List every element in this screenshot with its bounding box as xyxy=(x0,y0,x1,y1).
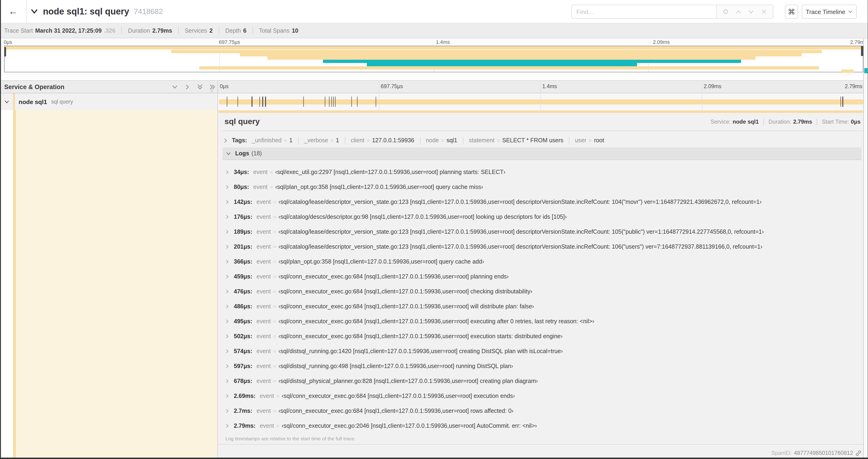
keyboard-shortcuts-button[interactable]: ⌘ xyxy=(785,5,798,19)
log-row[interactable]: 597μs:event=‹sql/distsql_running.go:498 … xyxy=(223,359,862,374)
view-selector-button[interactable]: Trace Timeline xyxy=(802,5,857,19)
log-chevron-right-icon[interactable] xyxy=(225,334,229,339)
log-chevron-right-icon[interactable] xyxy=(225,244,229,249)
log-chevron-right-icon[interactable] xyxy=(225,274,229,279)
log-row[interactable]: 678μs:event=‹sql/distsql_physical_planne… xyxy=(223,374,862,389)
minimap-right-scrubber[interactable] xyxy=(861,46,863,56)
log-chevron-right-icon[interactable] xyxy=(225,379,229,384)
collapse-controls xyxy=(172,81,216,93)
summary-label: Depth xyxy=(225,27,241,34)
span-row-bar-cell[interactable] xyxy=(218,93,868,110)
log-row[interactable]: 574μs:event=‹sql/distsql_running.go:1420… xyxy=(223,344,862,359)
log-field-value: ‹sql/plan_opt.go:358 [nsql1,client=127.0… xyxy=(278,258,484,265)
trace-collapser-chevron-down-icon[interactable] xyxy=(31,8,38,15)
timeline-tick: 2.79ms xyxy=(845,84,862,89)
span-name[interactable]: node sql1 sql query xyxy=(19,93,73,110)
log-chevron-right-icon[interactable] xyxy=(225,185,229,189)
log-tick-mark xyxy=(325,97,326,107)
log-row[interactable]: 495μs:event=‹sql/conn_executor_exec.go:6… xyxy=(223,314,862,329)
tags-chevron-right-icon[interactable] xyxy=(223,138,228,143)
detail-span-strip xyxy=(218,110,863,113)
log-row[interactable]: 502μs:event=‹sql/conn_executor_exec.go:6… xyxy=(223,329,862,344)
log-chevron-right-icon[interactable] xyxy=(225,349,229,354)
log-row[interactable]: 142μs:event=‹sql/catalog/lease/descripto… xyxy=(223,195,862,209)
log-field-value: ‹sql/distsql_physical_planner.go:828 [ns… xyxy=(278,378,538,384)
detail-overview: Service: node sql1 Duration: 2.79ms Star… xyxy=(711,119,861,125)
expand-one-chevron-right-icon[interactable] xyxy=(184,84,190,90)
span-collapse-chevron-down-icon[interactable] xyxy=(4,99,9,104)
log-chevron-right-icon[interactable] xyxy=(225,230,229,234)
detail-divider xyxy=(222,131,864,131)
find-clear-icon[interactable] xyxy=(760,7,768,16)
log-timestamp: 574μs: xyxy=(234,348,252,355)
equals-sign: = xyxy=(273,349,276,354)
equals-sign: = xyxy=(273,259,276,264)
tag-separator xyxy=(420,137,420,144)
summary-separator xyxy=(252,27,253,34)
log-row[interactable]: 476μs:event=‹sql/conn_executor_exec.go:6… xyxy=(223,284,862,299)
log-chevron-right-icon[interactable] xyxy=(225,170,229,174)
log-chevron-right-icon[interactable] xyxy=(225,319,229,324)
find-next-icon[interactable] xyxy=(747,7,755,16)
logs-chevron-down-icon[interactable] xyxy=(226,151,231,156)
log-field-key: event xyxy=(256,378,271,384)
tag-key: statement xyxy=(469,137,495,144)
log-row[interactable]: 459μs:event=‹sql/conn_executor_exec.go:6… xyxy=(223,269,862,284)
equals-sign: = xyxy=(276,423,279,429)
log-chevron-right-icon[interactable] xyxy=(225,259,229,264)
log-tick-mark xyxy=(843,97,843,107)
gridline xyxy=(379,80,379,110)
window-left-edge xyxy=(0,0,1,459)
log-chevron-right-icon[interactable] xyxy=(225,394,229,398)
log-row[interactable]: 366μs:event=‹sql/plan_opt.go:358 [nsql1,… xyxy=(223,254,862,269)
log-row[interactable]: 486μs:event=‹sql/conn_executor_exec.go:6… xyxy=(223,299,862,314)
back-button[interactable]: ← xyxy=(0,0,27,23)
log-row[interactable]: 2.7ms:event=‹sql/conn_executor_exec.go:6… xyxy=(223,403,862,418)
log-row[interactable]: 2.69ms:event=‹sql/conn_executor_exec.go:… xyxy=(223,389,862,403)
logs-header[interactable]: Logs (18) xyxy=(223,147,862,160)
minimap-left-scrubber[interactable] xyxy=(4,47,6,57)
equals-sign: = xyxy=(273,304,276,309)
link-icon[interactable] xyxy=(856,450,862,456)
log-row[interactable]: 34μs:event=‹sql/exec_util.go:2297 [nsql1… xyxy=(223,165,862,179)
column-resizer-handle[interactable] xyxy=(211,88,213,92)
log-row[interactable]: 189μs:event=‹sql/catalog/lease/descripto… xyxy=(223,224,862,239)
log-row[interactable]: 80μs:event=‹sql/plan_opt.go:358 [nsql1,c… xyxy=(223,179,862,195)
log-chevron-right-icon[interactable] xyxy=(225,289,229,294)
detail-left-column xyxy=(16,110,217,458)
log-chevron-right-icon[interactable] xyxy=(225,215,229,219)
span-row-name-cell[interactable]: node sql1 sql query xyxy=(0,93,217,110)
find-input[interactable] xyxy=(571,5,716,19)
log-timestamp: 476μs: xyxy=(234,288,252,295)
tags-row[interactable]: Tags: _unfinished=1_verbose=1client=127.… xyxy=(223,135,862,146)
minimap-canvas[interactable] xyxy=(4,46,863,72)
log-row[interactable]: 176μs:event=‹sql/catalog/descs/descripto… xyxy=(223,209,862,224)
find-prev-icon[interactable] xyxy=(734,7,742,16)
view-selector-label: Trace Timeline xyxy=(806,8,845,15)
equals-sign: = xyxy=(270,169,273,175)
log-timestamp: 2.7ms: xyxy=(234,408,252,414)
tag-key: _verbose xyxy=(304,137,328,144)
log-chevron-right-icon[interactable] xyxy=(225,364,229,368)
log-field-key: event xyxy=(256,243,271,250)
log-field-key: event xyxy=(256,348,271,355)
log-chevron-right-icon[interactable] xyxy=(225,200,229,204)
span-service-name: node sql1 xyxy=(19,98,47,105)
log-tick-mark xyxy=(329,97,330,107)
log-chevron-right-icon[interactable] xyxy=(225,424,229,428)
log-row[interactable]: 2.79ms:event=‹sql/conn_executor_exec.go:… xyxy=(223,418,862,433)
log-chevron-right-icon[interactable] xyxy=(225,408,229,413)
page-scrollbar[interactable] xyxy=(863,38,868,458)
equals-sign: = xyxy=(331,138,334,143)
gridline xyxy=(540,80,541,110)
log-chevron-right-icon[interactable] xyxy=(225,304,229,309)
log-tick-mark xyxy=(375,97,376,107)
log-row[interactable]: 201μs:event=‹sql/catalog/lease/descripto… xyxy=(223,239,862,254)
service-operation-header: Service & Operation xyxy=(4,81,64,93)
collapse-all-double-chevron-down-icon[interactable] xyxy=(197,84,203,90)
log-field-key: event xyxy=(256,214,271,220)
collapse-one-chevron-down-icon[interactable] xyxy=(172,84,178,90)
tag-separator xyxy=(345,137,345,144)
log-tick-mark xyxy=(259,97,260,107)
find-scope-icon[interactable] xyxy=(721,7,730,16)
